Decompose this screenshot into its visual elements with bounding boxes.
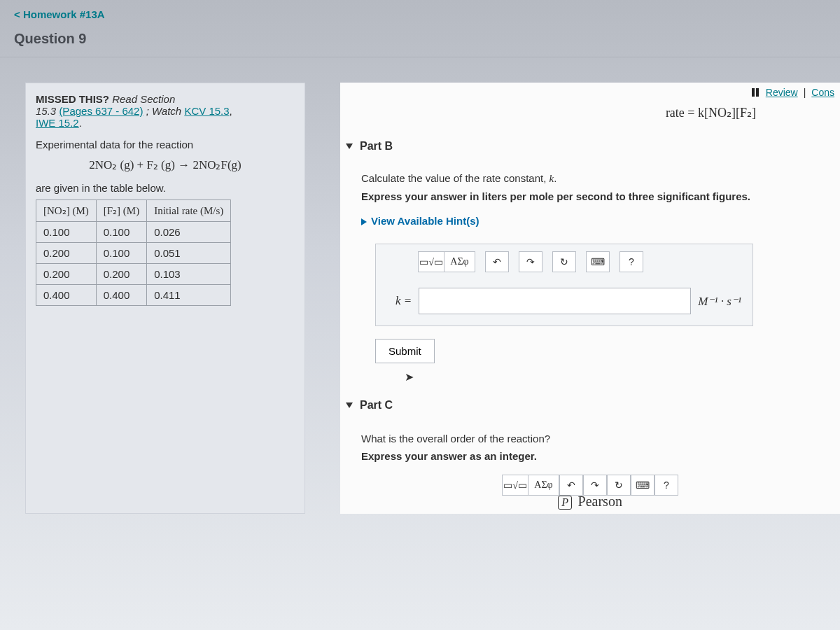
reaction-equation: 2NO₂ (g) + F₂ (g) → 2NO₂F(g): [36, 158, 295, 172]
k-label: k =: [396, 294, 412, 308]
undo-button[interactable]: ↶: [559, 475, 583, 496]
templates-button[interactable]: ▭√▭: [502, 475, 528, 496]
col-header: [F₂] (M): [96, 200, 146, 222]
reset-button[interactable]: ↻: [607, 475, 631, 496]
units-label: M⁻¹ · s⁻¹: [698, 294, 741, 309]
answer-box: ▭√▭ ΑΣφ ↶ ↷ ↻ ⌨ ? k = M⁻¹ · s⁻¹: [375, 244, 753, 326]
keyboard-button[interactable]: ⌨: [586, 251, 610, 272]
submit-button[interactable]: Submit: [375, 339, 435, 363]
table-row: 0.2000.1000.051: [36, 243, 231, 264]
table-row: 0.2000.2000.103: [36, 264, 231, 285]
redo-button[interactable]: ↷: [519, 251, 542, 272]
redo-button[interactable]: ↷: [583, 475, 607, 496]
pause-icon[interactable]: [752, 88, 760, 97]
kcv-link[interactable]: KCV 15.3: [184, 105, 229, 117]
answer-input[interactable]: [419, 288, 691, 314]
missed-this: MISSED THIS? Read Section 15.3 (Pages 63…: [36, 93, 295, 129]
help-button[interactable]: ?: [620, 251, 643, 272]
table-row: 0.4000.4000.411: [36, 285, 231, 306]
chevron-right-icon: [361, 218, 367, 225]
missed-this-label: MISSED THIS?: [36, 93, 109, 105]
help-button[interactable]: ?: [654, 475, 678, 496]
col-header: Initial rate (M/s): [147, 200, 231, 222]
answer-panel: Review | Cons rate = k[NO₂][F₂] Part B C…: [340, 83, 840, 514]
greek-button[interactable]: ΑΣφ: [528, 475, 559, 496]
review-link[interactable]: Review: [766, 87, 798, 98]
watch-label: ; Watch: [146, 105, 182, 117]
table-lead: are given in the table below.: [36, 182, 295, 194]
back-link[interactable]: < Homework #13A: [14, 8, 105, 20]
question-title: Question 9: [0, 24, 840, 57]
constants-link[interactable]: Cons: [811, 87, 834, 98]
part-b-label: Part B: [360, 140, 393, 153]
view-hints[interactable]: View Available Hint(s): [340, 206, 840, 231]
keyboard-button[interactable]: ⌨: [631, 475, 654, 496]
part-c-prompt: What is the overall order of the reactio…: [361, 433, 832, 444]
iwe-link[interactable]: IWE 15.2: [36, 117, 79, 129]
table-row: 0.1000.1000.026: [36, 222, 231, 243]
pearson-p-icon: P: [558, 496, 572, 510]
cursor-icon: ➤: [405, 370, 840, 384]
part-c-format: Express your answer as an integer.: [361, 450, 832, 462]
col-header: [NO₂] (M): [36, 200, 97, 222]
chevron-down-icon: [346, 144, 353, 149]
part-b-prompt: Calculate the value of the rate constant…: [361, 172, 832, 185]
separator: |: [804, 87, 806, 98]
pages-link[interactable]: (Pages 637 - 642): [59, 105, 143, 117]
part-c-header[interactable]: Part C: [340, 392, 840, 419]
part-c-label: Part C: [360, 399, 393, 412]
problem-panel: MISSED THIS? Read Section 15.3 (Pages 63…: [25, 83, 305, 514]
reset-button[interactable]: ↻: [552, 251, 576, 272]
part-b-header[interactable]: Part B: [340, 133, 840, 160]
pearson-brand: Pearson: [578, 493, 622, 509]
experimental-intro: Experimental data for the reaction: [36, 139, 295, 150]
chevron-down-icon: [346, 402, 353, 408]
undo-button[interactable]: ↶: [485, 251, 509, 272]
read-section-text: Read Section: [112, 93, 175, 105]
footer: P Pearson: [340, 493, 840, 510]
data-table: [NO₂] (M) [F₂] (M) Initial rate (M/s) 0.…: [36, 200, 231, 306]
rate-law: rate = k[NO₂][F₂]: [340, 105, 840, 133]
greek-button[interactable]: ΑΣφ: [444, 251, 475, 272]
part-b-format: Express your answer in liters per mole p…: [361, 190, 832, 202]
templates-button[interactable]: ▭√▭: [418, 251, 444, 272]
